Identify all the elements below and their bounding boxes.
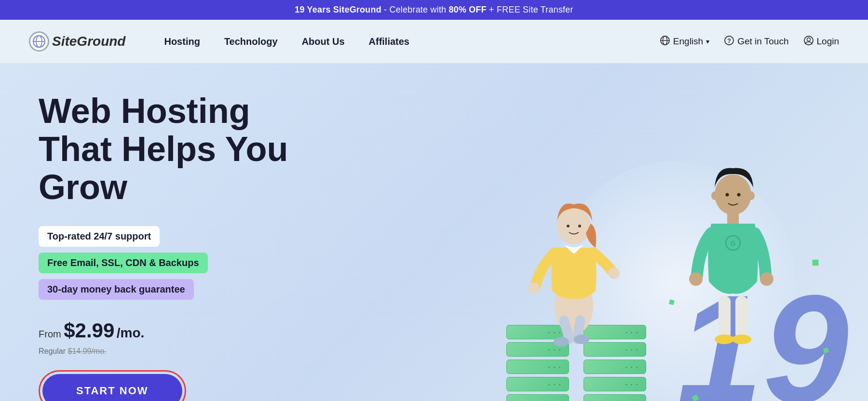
language-icon xyxy=(660,35,670,48)
character-man: G xyxy=(685,132,781,363)
svg-point-30 xyxy=(737,193,741,196)
svg-point-32 xyxy=(748,191,755,200)
login-label: Login xyxy=(817,36,840,47)
logo-link[interactable]: SiteGround xyxy=(29,31,125,52)
svg-point-14 xyxy=(574,334,589,344)
server-unit xyxy=(583,377,646,391)
regular-price: Regular $14.99/mo. xyxy=(39,347,366,356)
svg-point-29 xyxy=(726,193,729,196)
svg-point-25 xyxy=(760,272,773,286)
logo-icon xyxy=(29,31,49,52)
server-unit xyxy=(506,360,569,374)
feature-badge-free: Free Email, SSL, CDN & Backups xyxy=(39,253,208,273)
feature-badge-support: Top-rated 24/7 support xyxy=(39,226,160,247)
hero-illustration: 19 xyxy=(434,103,868,401)
svg-text:?: ? xyxy=(727,37,731,44)
banner-discount: 80% OFF xyxy=(449,5,487,14)
main-nav: SiteGround Hosting Technology About Us A… xyxy=(0,20,868,63)
start-now-button[interactable]: START NOW xyxy=(42,374,182,401)
promo-banner: 19 Years SiteGround - Celebrate with 80%… xyxy=(0,0,868,20)
server-unit xyxy=(506,394,569,401)
svg-point-13 xyxy=(554,337,569,347)
contact-label: Get in Touch xyxy=(737,36,788,47)
logo-text: SiteGround xyxy=(52,34,125,49)
hero-section: Web Hosting That Helps You Grow Top-rate… xyxy=(0,63,868,401)
cta-button-wrapper: START NOW xyxy=(39,370,186,401)
svg-point-23 xyxy=(732,334,751,344)
nav-links: Hosting Technology About Us Affiliates xyxy=(154,31,659,52)
chevron-down-icon: ▾ xyxy=(706,38,709,45)
nav-about[interactable]: About Us xyxy=(292,31,354,52)
language-selector[interactable]: English ▾ xyxy=(660,35,709,48)
banner-text2: - Celebrate with xyxy=(381,5,449,14)
svg-rect-20 xyxy=(719,296,731,339)
svg-point-16 xyxy=(608,267,620,279)
svg-point-22 xyxy=(715,334,734,344)
nav-affiliates[interactable]: Affiliates xyxy=(359,31,419,52)
from-label: From xyxy=(39,329,64,339)
hero-title-line1: Web Hosting xyxy=(39,92,250,130)
nav-technology[interactable]: Technology xyxy=(215,31,287,52)
per-month-label: /mo. xyxy=(117,325,145,340)
nav-hosting[interactable]: Hosting xyxy=(154,31,209,52)
character-woman xyxy=(521,151,627,344)
server-unit xyxy=(583,342,646,357)
help-icon: ? xyxy=(724,35,734,48)
feature-badge-money-back: 30-day money back guarantee xyxy=(39,279,194,300)
svg-point-18 xyxy=(567,225,570,227)
svg-point-28 xyxy=(715,174,751,215)
svg-point-15 xyxy=(528,282,540,294)
hero-content: Web Hosting That Helps You Grow Top-rate… xyxy=(39,92,366,401)
get-in-touch-link[interactable]: ? Get in Touch xyxy=(724,35,788,48)
hero-title: Web Hosting That Helps You Grow xyxy=(39,92,366,207)
svg-point-24 xyxy=(689,272,703,286)
nav-right-section: English ▾ ? Get in Touch Login xyxy=(660,35,839,48)
svg-rect-21 xyxy=(735,296,747,339)
svg-point-19 xyxy=(578,225,581,227)
user-icon xyxy=(803,35,814,48)
server-unit xyxy=(583,394,646,401)
pricing-info: From $2.99 /mo. xyxy=(39,319,366,342)
svg-point-17 xyxy=(557,208,591,244)
price-value: $2.99 xyxy=(64,319,114,342)
login-link[interactable]: Login xyxy=(803,35,840,48)
svg-point-9 xyxy=(807,38,810,41)
banner-text3: + FREE Site Transfer xyxy=(487,5,573,14)
svg-text:G: G xyxy=(731,240,736,247)
language-label: English xyxy=(673,36,703,47)
banner-brand: 19 Years SiteGround xyxy=(295,5,381,14)
hero-features: Top-rated 24/7 support Free Email, SSL, … xyxy=(39,226,366,300)
svg-rect-33 xyxy=(727,212,739,224)
server-unit xyxy=(506,377,569,391)
server-unit xyxy=(583,360,646,374)
svg-point-31 xyxy=(711,191,718,200)
hero-title-line2: That Helps You Grow xyxy=(39,130,288,206)
